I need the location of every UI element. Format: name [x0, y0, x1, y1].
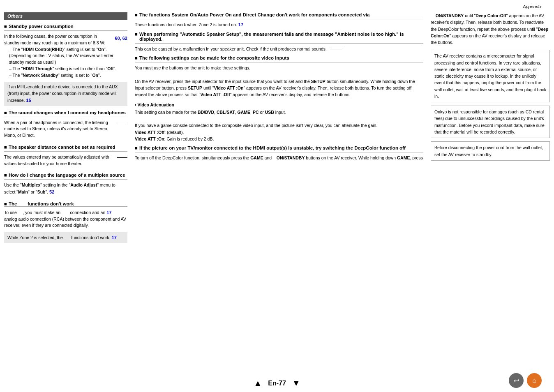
back-button[interactable]: ↩ [509, 373, 524, 388]
home-icon: ⌂ [532, 377, 536, 384]
home-button[interactable]: ⌂ [527, 373, 542, 388]
zone2-text: While Zone 2 is selected, the functions … [7, 235, 111, 240]
standby-text: In the following cases, the power consum… [4, 34, 105, 45]
bullet-hdmi-control: – The "HDMI Control(RIHD)" setting is se… [9, 46, 127, 66]
main-content: Others Standby power consumption In the … [0, 12, 554, 372]
functions-text1: To use , you must make an connection and… [4, 209, 127, 216]
bullet-network-standby: – The "Network Standby" setting is set t… [9, 72, 127, 79]
standby-body: In the following cases, the power consum… [4, 30, 127, 80]
auto-speaker-heading: When performing "Automatic Speaker Setup… [135, 32, 423, 42]
standby-bullets: – The "HDMI Control(RIHD)" setting is se… [4, 46, 127, 79]
auto-speaker-body: This can be caused by a malfunction in y… [135, 43, 423, 55]
system-on-body: These functions don't work when Zone 2 i… [135, 19, 423, 32]
system-on-text: These functions don't work when Zone 2 i… [135, 22, 237, 27]
appendix-label: Appendix [0, 4, 554, 9]
functions-ref1[interactable]: 17 [106, 210, 111, 215]
page-number: En-77 [268, 380, 286, 387]
mhl-text: If an MHL-enabled mobile device is conne… [7, 84, 118, 103]
composite-heading: The following settings can be made for t… [135, 55, 423, 60]
zone2-ref[interactable]: 17 [112, 235, 117, 240]
standby-heading: Standby power consumption [4, 24, 127, 29]
headphones-dash [117, 123, 127, 123]
hdmi-unstable-body: To turn off the DeepColor function, simu… [135, 152, 423, 164]
middle-column: The functions System On/Auto Power On an… [131, 12, 427, 372]
multiplex-ref[interactable]: 52 [49, 189, 54, 194]
video-att-heading: Video Attenuation [135, 101, 423, 108]
video-att-text1: This setting can be made for the BD/DVD,… [135, 109, 423, 115]
on-standby-text: ON/STANDBY until "Deep Color:Off" appear… [431, 12, 550, 46]
zone2-gray-box: While Zone 2 is selected, the functions … [4, 232, 127, 243]
functions-heading: ■ The functions don't work [4, 201, 127, 206]
video-att-on: Video ATT :On: Gain is reduced by 2 dB. [135, 136, 423, 142]
mhl-ref[interactable]: 15 [26, 98, 31, 103]
functions-body: To use , you must make an connection and… [4, 206, 127, 231]
system-on-ref[interactable]: 17 [238, 22, 243, 27]
functions-heading-text: The functions don't work [9, 201, 74, 206]
bullet-hdmi-through: – The "HDMI Through" setting is set to o… [9, 66, 127, 72]
mhl-gray-box: If an MHL-enabled mobile device is conne… [4, 82, 127, 106]
composite-text2: On the AV receiver, press the input sele… [135, 78, 423, 98]
video-att-text2: If you have a game console connected to … [135, 122, 423, 129]
auto-speaker-dash [330, 49, 342, 52]
speaker-distance-body: The values entered may be automatically … [4, 151, 127, 169]
composite-body: You must use the buttons on the unit to … [135, 62, 423, 145]
footer-icons: ↩ ⌂ [509, 373, 542, 388]
microcomputer-block: The AV receiver contains a microcomputer… [431, 50, 550, 102]
headphones-heading: The sound changes when I connect my head… [4, 110, 127, 115]
others-header: Others [4, 12, 127, 20]
up-arrow[interactable]: ▲ [254, 378, 262, 388]
functions-section: ■ The functions don't work To use , you … [4, 201, 127, 243]
hdmi-unstable-heading: If the picture on your TV/monitor connec… [135, 145, 423, 150]
speaker-distance-text: The values entered may be automatically … [4, 154, 114, 167]
standby-ref[interactable]: 60, 62 [115, 36, 127, 41]
back-icon: ↩ [514, 377, 519, 385]
speaker-distance-dash [117, 157, 127, 158]
multiplex-text: Use the "Multiplex" setting in the "Audi… [4, 182, 115, 194]
right-column: ON/STANDBY until "Deep Color:Off" appear… [431, 12, 550, 372]
down-arrow[interactable]: ▼ [292, 378, 300, 388]
headphones-text: When a pair of headphones is connected, … [4, 120, 114, 139]
speaker-distance-heading: The speaker distance cannot be set as re… [4, 145, 127, 150]
hdmi-text1: To turn off the DeepColor function, simu… [135, 154, 423, 161]
footer-nav: ▲ En-77 ▼ [254, 378, 300, 388]
multiplex-heading: How do I change the language of a multip… [4, 173, 127, 178]
system-on-heading: The functions System On/Auto Power On an… [135, 12, 423, 17]
footer: ▲ En-77 ▼ ↩ ⌂ [0, 372, 554, 392]
page-container: Appendix Others Standby power consumptio… [0, 0, 554, 392]
headphones-body: When a pair of headphones is connected, … [4, 117, 127, 141]
video-att-off: Video ATT :Off: (default). [135, 129, 423, 136]
onkyo-disclaimer-block: Onkyo is not responsible for damages (su… [431, 106, 550, 138]
left-column: Others Standby power consumption In the … [4, 12, 127, 372]
multiplex-body: Use the "Multiplex" setting in the "Audi… [4, 179, 127, 197]
functions-text1b: analog audio connection (RCA) between th… [4, 216, 127, 229]
composite-text1: You must use the buttons on the unit to … [135, 65, 423, 71]
power-cord-block: Before disconnecting the power cord from… [431, 141, 550, 161]
auto-speaker-text: This can be caused by a malfunction in y… [135, 46, 327, 52]
